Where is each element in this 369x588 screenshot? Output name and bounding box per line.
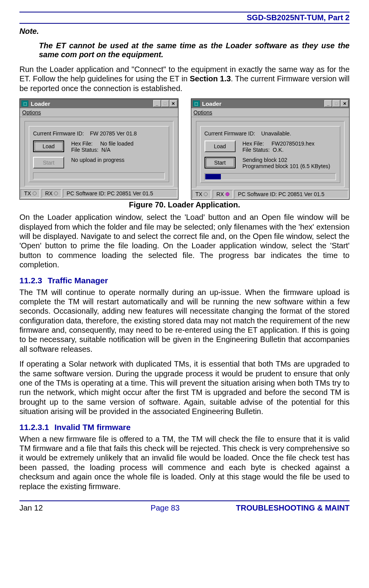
footer-page: Page 83	[117, 504, 214, 513]
progress-bar	[205, 173, 336, 180]
footer-section: TROUBLESHOOTING & MAINT	[213, 504, 350, 513]
figure-container: ⬚ Loader _ □ ✕ Options Current Firmware …	[19, 98, 350, 200]
window-title: Loader	[202, 100, 324, 107]
tx-led-icon	[204, 192, 208, 196]
rx-label: RX	[216, 191, 224, 197]
hex-value: No file loaded	[100, 140, 134, 147]
doc-header: SGD-SB2025NT-TUM, Part 2	[19, 13, 350, 22]
rx-led-icon	[226, 192, 229, 196]
file-status-value: O.K.	[273, 147, 283, 153]
hex-label: Hex File:	[243, 140, 264, 147]
options-menu[interactable]: Options	[194, 109, 212, 116]
page-footer: Jan 12 Page 83 TROUBLESHOOTING & MAINT	[19, 504, 350, 513]
file-status-value: N/A	[101, 147, 110, 153]
fw-value: Unavailable.	[261, 130, 291, 137]
section-11-2-3: 11.2.3Traffic Manager	[19, 276, 350, 285]
load-button[interactable]: Load	[205, 140, 236, 152]
pc-software-id: PC Software ID: PC 20851 Ver 01.5	[234, 190, 348, 198]
app-icon: ⬚	[193, 100, 200, 107]
progress-line2: Programmed block 101 (6.5 KBytes)	[243, 163, 331, 169]
figure-caption: Figure 70. Loader Application.	[19, 200, 350, 209]
tx-label: TX	[24, 190, 31, 197]
pc-software-id: PC Software ID: PC 20851 Ver 01.5	[63, 189, 177, 198]
menu-bar[interactable]: Options	[191, 108, 350, 117]
hex-value: FW20785019.hex	[271, 140, 315, 147]
app-icon: ⬚	[21, 100, 28, 107]
intro-section-ref: Section 1.3	[190, 74, 231, 83]
progress-line1: Sending block 102	[243, 157, 331, 163]
start-button[interactable]: Start	[205, 157, 236, 169]
section-11-2-3-1: 11.2.3.1Invalid TM firmware	[19, 423, 350, 432]
section-title: Traffic Manager	[47, 276, 108, 285]
maximize-button[interactable]: □	[161, 100, 169, 107]
loader-paragraph: On the Loader application window, select…	[19, 212, 350, 269]
menu-bar[interactable]: Options	[20, 108, 178, 117]
footer-date: Jan 12	[19, 504, 117, 513]
minimize-button[interactable]: _	[153, 100, 161, 107]
tm-paragraph-2: If operating a Solar network with duplic…	[19, 359, 350, 416]
start-button: Start	[33, 157, 64, 169]
close-button[interactable]: ✕	[170, 100, 177, 107]
rx-led-icon	[54, 191, 58, 195]
rx-label: RX	[45, 190, 52, 197]
tm-paragraph-1: The TM will continue to operate normally…	[19, 288, 350, 354]
progress-bar	[33, 172, 165, 179]
note-label: Note.	[19, 27, 350, 36]
status-bar: TX RX PC Software ID: PC 20851 Ver 01.5	[191, 189, 350, 199]
status-bar: TX RX PC Software ID: PC 20851 Ver 01.5	[20, 188, 178, 198]
file-status-label: File Status:	[71, 147, 98, 153]
tx-led-icon	[33, 191, 37, 195]
fw-value: FW 20785 Ver 01.8	[90, 130, 137, 137]
section-title: Invalid TM firmware	[54, 423, 131, 432]
fw-label: Current Firmware ID:	[33, 130, 84, 137]
minimize-button[interactable]: _	[324, 100, 332, 107]
options-menu[interactable]: Options	[22, 109, 41, 116]
section-number: 11.2.3	[19, 276, 42, 285]
window-title: Loader	[31, 100, 153, 107]
tx-label: TX	[196, 191, 203, 197]
section-number: 11.2.3.1	[19, 423, 49, 432]
loader-window-left: ⬚ Loader _ □ ✕ Options Current Firmware …	[19, 98, 178, 200]
intro-paragraph: Run the Loader application and "Connect"…	[19, 65, 350, 93]
titlebar[interactable]: ⬚ Loader _ □ ✕	[20, 99, 178, 108]
note-body: The ET cannot be used at the same time a…	[39, 41, 350, 59]
load-button[interactable]: Load	[33, 140, 64, 152]
titlebar[interactable]: ⬚ Loader _ □ ✕	[191, 99, 350, 108]
hex-label: Hex File:	[71, 140, 93, 147]
loader-window-right: ⬚ Loader _ □ ✕ Options Current Firmware …	[191, 98, 350, 200]
maximize-button[interactable]: □	[332, 100, 340, 107]
fw-label: Current Firmware ID:	[205, 130, 255, 137]
close-button[interactable]: ✕	[341, 100, 348, 107]
file-status-label: File Status:	[243, 147, 270, 153]
progress-text: No upload in progress	[71, 157, 124, 163]
invalid-fw-paragraph: When a new firmware file is offered to a…	[19, 434, 350, 491]
